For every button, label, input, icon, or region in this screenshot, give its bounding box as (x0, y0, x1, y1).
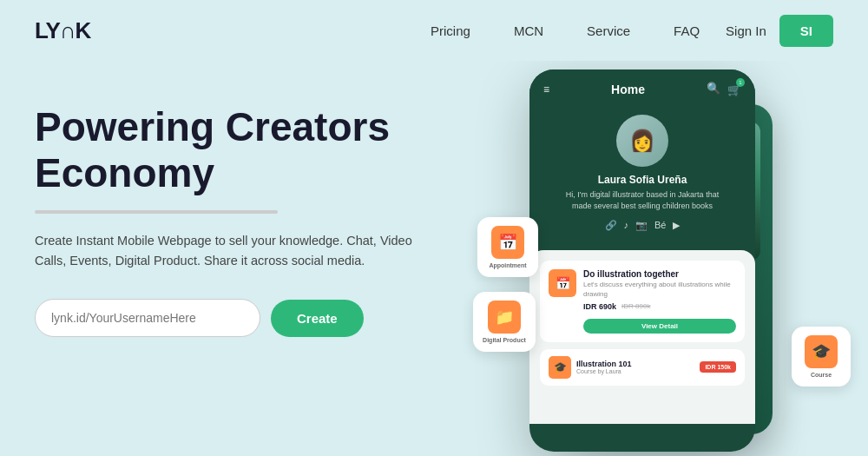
course-label: Course (800, 372, 842, 378)
digital-label: Digital Product (482, 337, 527, 343)
menu-icon: ≡ (543, 83, 549, 96)
nav-pricing[interactable]: Pricing (431, 23, 470, 38)
username-input[interactable] (35, 299, 260, 337)
card-small-left-2: 🎓 Illustration 101 Course by Laura (549, 356, 632, 379)
profile-description: Hi, I'm digital illustrator based in Jak… (543, 189, 741, 211)
profile-name: Laura Sofia Ureña (543, 174, 741, 186)
card-icon-1: 📅 (549, 269, 576, 297)
hero-title: Powering Creators Economy (35, 104, 486, 196)
float-digital-product: 📁 Digital Product (473, 292, 536, 352)
brand-logo: LY∩K (35, 17, 90, 44)
card-title-2: Illustration 101 (576, 360, 632, 368)
card-price-badge-2: IDR 150k (700, 361, 736, 373)
phone-profile-section: 👩 Laura Sofia Ureña Hi, I'm digital illu… (529, 106, 755, 250)
create-button[interactable]: Create (271, 300, 364, 337)
appointment-label: Appointment (486, 262, 529, 268)
nav-service[interactable]: Service (587, 23, 630, 38)
cart-badge: 1 (736, 78, 745, 87)
twitch-icon: ▶ (673, 220, 680, 231)
hero-illustration: ≡ Home 🔍 🛒 1 👩 Laura Sofia Ureña Hi, I'm… (486, 78, 833, 456)
card-content-1: Do illustration together Let's discuss e… (583, 269, 736, 334)
logo-text: LY∩K (35, 17, 90, 44)
hero-description: Create Instant Mobile Webpage to sell yo… (35, 231, 417, 271)
card-icon-2: 🎓 (549, 356, 571, 379)
phone-mockup: ≡ Home 🔍 🛒 1 👩 Laura Sofia Ureña Hi, I'm… (529, 69, 755, 452)
card-price-old-1: IDR 890k (621, 302, 650, 310)
nav-mcn[interactable]: MCN (514, 23, 543, 38)
hero-cta-row: Create (35, 299, 486, 337)
card-price-row-1: IDR 690k IDR 890k (583, 302, 736, 311)
cart-wrapper: 🛒 1 (727, 82, 741, 97)
service-card-2: 🎓 Illustration 101 Course by Laura IDR 1… (540, 349, 745, 386)
navbar: LY∩K Pricing MCN Service FAQ Sign In SI (0, 0, 868, 61)
tiktok-icon: ♪ (624, 220, 629, 231)
phone-header-icons: 🔍 🛒 1 (707, 82, 741, 97)
hero-content: Powering Creators Economy Create Instant… (35, 78, 486, 456)
behance-icon: Bé (654, 220, 666, 231)
hero-title-line2: Economy (35, 150, 214, 195)
hero-divider (35, 210, 278, 214)
profile-avatar: 👩 (616, 115, 668, 167)
hero-section: Powering Creators Economy Create Instant… (0, 61, 868, 456)
nav-faq[interactable]: FAQ (674, 23, 700, 38)
card-subtitle-1: Let's discuss everything about illustrat… (583, 281, 736, 299)
link-icon: 🔗 (605, 220, 617, 231)
signup-button[interactable]: SI (779, 15, 833, 47)
phone-home-title: Home (549, 83, 707, 96)
nav-links: Pricing MCN Service FAQ (431, 23, 700, 38)
hero-title-line1: Powering Creators (35, 104, 390, 149)
service-card-1: 📅 Do illustration together Let's discuss… (540, 261, 745, 342)
float-course: 🎓 Course (792, 327, 851, 387)
card-title-1: Do illustration together (583, 269, 736, 279)
phone-header: ≡ Home 🔍 🛒 1 (529, 69, 755, 106)
float-appointment: 📅 Appointment (477, 217, 538, 277)
search-icon: 🔍 (707, 82, 720, 97)
signin-button[interactable]: Sign In (726, 23, 766, 38)
card-subtitle-2: Course by Laura (576, 368, 632, 374)
phone-cards: 📅 Do illustration together Let's discuss… (529, 250, 755, 424)
course-icon: 🎓 (805, 335, 838, 368)
appointment-icon: 📅 (491, 226, 524, 259)
card-text-2: Illustration 101 Course by Laura (576, 360, 632, 374)
digital-icon: 📁 (488, 301, 521, 334)
social-icons: 🔗 ♪ 📷 Bé ▶ (543, 220, 741, 231)
view-detail-button[interactable]: View Detail (583, 319, 736, 334)
card-price-1: IDR 690k (583, 302, 616, 311)
instagram-icon: 📷 (635, 220, 648, 231)
